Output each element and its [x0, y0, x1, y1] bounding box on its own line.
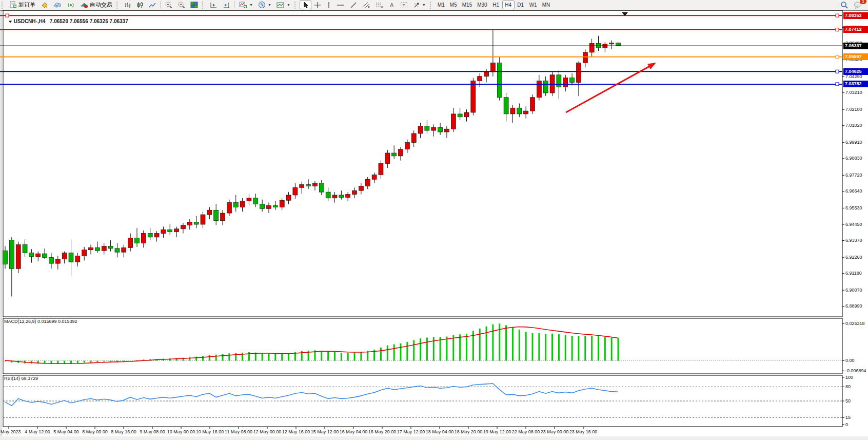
- text-button[interactable]: A: [386, 1, 398, 9]
- bar-chart-button[interactable]: [122, 1, 134, 9]
- candle-body: [312, 183, 317, 186]
- chart-window[interactable]: USDCNH-,H4 7.06520 7.06556 7.06325 7.063…: [0, 10, 868, 436]
- candle-body: [379, 164, 383, 175]
- auto-trading-label: 自动交易: [90, 1, 112, 9]
- line-handle[interactable]: [836, 14, 839, 17]
- toolbar-grip[interactable]: [202, 2, 206, 9]
- date-tick-label: 3 May 2023: [0, 429, 21, 434]
- timeframe-m30[interactable]: M30: [475, 1, 489, 9]
- candle-body: [517, 108, 522, 114]
- add-indicator-button[interactable]: ▼: [236, 1, 255, 9]
- arrows-button[interactable]: ▼: [410, 1, 428, 9]
- candle-body: [530, 98, 535, 111]
- templates-button[interactable]: ▼: [274, 1, 293, 9]
- text-icon: A: [389, 2, 395, 9]
- pane-border: [3, 318, 842, 374]
- candle-body: [352, 190, 357, 194]
- symbol-marker-icon: [9, 21, 12, 23]
- price-badge: 7.07412: [843, 26, 868, 33]
- date-tick-label: 22 May 08:00: [512, 429, 540, 434]
- line-handle[interactable]: [836, 83, 839, 86]
- candle-body: [306, 184, 311, 186]
- crosshair-button[interactable]: [311, 1, 324, 9]
- add-indicator-icon: [239, 1, 247, 9]
- horizontal-line-button[interactable]: [334, 1, 347, 9]
- line-handle[interactable]: [6, 14, 9, 17]
- line-chart-icon: [149, 2, 156, 9]
- candle-body: [122, 247, 126, 252]
- date-tick-label: 9 May 08:00: [140, 429, 165, 434]
- search-button[interactable]: [838, 1, 851, 9]
- signals-button[interactable]: [64, 1, 77, 9]
- candle-body: [405, 143, 409, 149]
- candle-body: [563, 78, 568, 87]
- rsi-tick-label: 50: [845, 398, 851, 404]
- zoom-out-button[interactable]: [175, 1, 188, 9]
- styler-button[interactable]: [38, 1, 51, 9]
- timeframe-mn[interactable]: MN: [540, 1, 553, 9]
- candle-body: [233, 203, 238, 207]
- toolbar-grip[interactable]: [116, 2, 120, 9]
- dropdown-caret: ▼: [422, 3, 426, 7]
- macd-tick-label: -0.006894: [845, 368, 866, 374]
- date-tick-label: 5 May 04:00: [53, 429, 79, 434]
- text-label-button[interactable]: T: [398, 1, 410, 9]
- candle-body: [174, 229, 179, 232]
- cursor-button[interactable]: [300, 1, 311, 9]
- auto-trading-icon: [80, 1, 88, 9]
- tile-windows-button[interactable]: [188, 1, 201, 9]
- line-handle[interactable]: [836, 55, 839, 59]
- trendline-button[interactable]: [347, 1, 360, 9]
- new-order-button[interactable]: 新订单: [7, 1, 38, 9]
- clock-icon: [258, 1, 266, 9]
- auto-scroll-button[interactable]: [220, 1, 233, 9]
- price-tick-label: 6.97720: [845, 173, 862, 178]
- candle-body: [95, 247, 100, 251]
- timeframe-h4[interactable]: H4: [502, 1, 515, 9]
- date-tick-label: 4 May 12:00: [25, 429, 50, 434]
- bar-chart-icon: [124, 2, 131, 9]
- zoom-in-button[interactable]: [162, 1, 175, 9]
- date-tick-label: 10 May 00:00: [167, 429, 195, 434]
- candle-body: [29, 253, 34, 257]
- fibonacci-button[interactable]: F: [373, 1, 386, 9]
- date-tick-label: 17 May 12:00: [397, 429, 425, 434]
- timeframe-m15[interactable]: M15: [460, 1, 475, 9]
- crosshair-icon: [314, 2, 321, 9]
- toolbar-grip[interactable]: [430, 2, 433, 9]
- candle-body: [359, 186, 363, 190]
- line-handle[interactable]: [836, 70, 839, 73]
- candle-body: [576, 63, 581, 82]
- periods-button[interactable]: ▼: [255, 1, 274, 9]
- svg-text:F: F: [381, 6, 383, 9]
- candle-body: [247, 198, 251, 201]
- date-tick-label: 12 May 16:00: [282, 429, 310, 434]
- cloud-button[interactable]: [51, 1, 64, 9]
- candle-body: [365, 179, 370, 186]
- chart-shift-button[interactable]: [207, 1, 220, 9]
- timeframe-w1[interactable]: W1: [527, 1, 540, 9]
- auto-scroll-icon: [223, 2, 230, 9]
- candle-body: [23, 245, 27, 253]
- toolbar-grip[interactable]: [2, 2, 5, 9]
- toolbar-grip[interactable]: [294, 2, 298, 9]
- vertical-line-button[interactable]: [324, 1, 334, 9]
- line-handle[interactable]: [836, 28, 839, 31]
- price-badge: 7.05597: [843, 53, 868, 60]
- candle-body: [497, 63, 502, 97]
- timeframe-d1[interactable]: D1: [515, 1, 527, 9]
- line-chart-button[interactable]: [146, 1, 159, 9]
- dropdown-caret: ▼: [249, 3, 253, 7]
- candle-body: [128, 238, 133, 247]
- auto-trading-button[interactable]: 自动交易: [77, 1, 115, 9]
- chart-canvas[interactable]: [0, 10, 868, 440]
- timeframe-m1[interactable]: M1: [435, 1, 447, 9]
- equidistant-channel-button[interactable]: E: [360, 1, 373, 9]
- timeframe-h1[interactable]: H1: [490, 1, 502, 9]
- candle-body: [62, 253, 67, 259]
- notifications-button[interactable]: 1: [851, 1, 865, 9]
- candlestick-chart-button[interactable]: [134, 1, 146, 9]
- price-tick-label: 6.96640: [845, 188, 862, 194]
- candle-body: [75, 256, 80, 262]
- timeframe-m5[interactable]: M5: [447, 1, 460, 9]
